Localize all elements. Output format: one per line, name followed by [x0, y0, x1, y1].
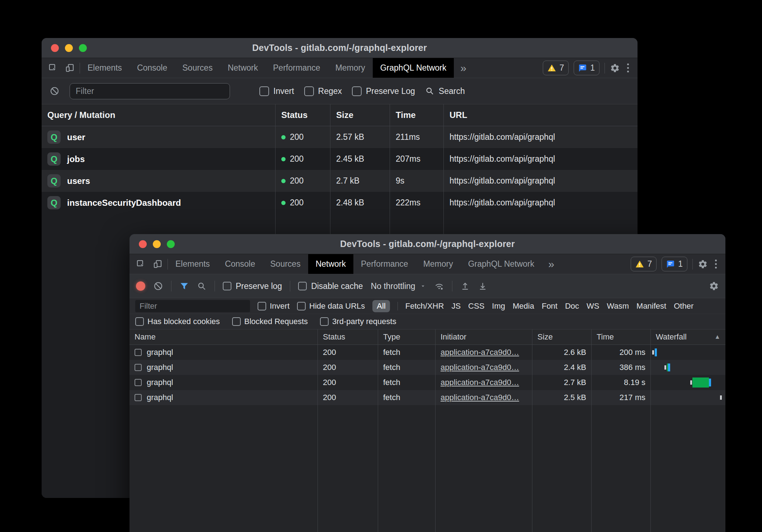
column-header-initiator[interactable]: Initiator: [436, 329, 532, 345]
checkbox-box[interactable]: [320, 317, 329, 326]
filter-type-media[interactable]: Media: [513, 301, 534, 311]
network-settings-gear-icon[interactable]: [709, 281, 719, 291]
column-header-size[interactable]: Size: [330, 104, 390, 126]
third-party-requests-checkbox[interactable]: 3rd-party requests: [320, 317, 396, 326]
kebab-menu-icon[interactable]: [625, 63, 631, 72]
tab-console[interactable]: Console: [130, 58, 175, 78]
regex-checkbox[interactable]: Regex: [304, 86, 342, 96]
column-header-type[interactable]: Type: [378, 329, 436, 345]
sort-ascending-icon[interactable]: ▲: [714, 333, 720, 341]
settings-gear-icon[interactable]: [610, 63, 620, 73]
table-row[interactable]: graphql 200 fetch application-a7ca9d0… 2…: [130, 375, 725, 390]
column-header-time[interactable]: Time: [592, 329, 651, 345]
tab-sources[interactable]: Sources: [263, 254, 308, 274]
settings-gear-icon[interactable]: [698, 259, 708, 269]
close-window-button[interactable]: [139, 240, 147, 248]
checkbox-box[interactable]: [297, 302, 306, 310]
disable-cache-checkbox[interactable]: Disable cache: [298, 281, 363, 291]
table-row[interactable]: graphql 200 fetch application-a7ca9d0… 2…: [130, 345, 725, 360]
export-har-icon[interactable]: [478, 281, 488, 291]
warnings-badge[interactable]: 7: [543, 61, 569, 75]
column-header-url[interactable]: URL: [444, 104, 638, 126]
initiator-link[interactable]: application-a7ca9d0…: [441, 393, 519, 402]
filter-type-font[interactable]: Font: [542, 301, 558, 311]
import-har-icon[interactable]: [460, 281, 470, 291]
zoom-window-button[interactable]: [167, 240, 175, 248]
checkbox-box[interactable]: [298, 282, 307, 290]
tab-graphql-network[interactable]: GraphQL Network: [373, 58, 454, 78]
column-header-status[interactable]: Status: [318, 329, 378, 345]
record-button[interactable]: [136, 281, 145, 291]
inspect-element-icon[interactable]: [136, 259, 146, 269]
invert-checkbox[interactable]: Invert: [259, 86, 294, 96]
filter-type-js[interactable]: JS: [451, 301, 461, 311]
table-row[interactable]: Qusers 200 2.7 kB 9s https://gitlab.com/…: [42, 170, 638, 192]
throttling-dropdown[interactable]: No throttling: [371, 281, 426, 291]
inspect-element-icon[interactable]: [48, 63, 58, 73]
filter-type-other[interactable]: Other: [674, 301, 693, 311]
device-toolbar-icon[interactable]: [65, 63, 75, 73]
checkbox-box[interactable]: [258, 302, 266, 310]
title-bar[interactable]: DevTools - gitlab.com/-/graphql-explorer: [42, 38, 638, 58]
waterfall-bar[interactable]: [651, 390, 725, 405]
tab-network[interactable]: Network: [220, 58, 265, 78]
tab-performance[interactable]: Performance: [353, 254, 416, 274]
tab-graphql-network[interactable]: GraphQL Network: [461, 254, 542, 274]
waterfall-bar[interactable]: [651, 375, 725, 390]
preserve-log-checkbox[interactable]: Preserve log: [223, 281, 282, 291]
minimize-window-button[interactable]: [65, 44, 73, 52]
warnings-badge[interactable]: 7: [631, 257, 657, 271]
column-header-size[interactable]: Size: [532, 329, 592, 345]
waterfall-bar[interactable]: [651, 345, 725, 360]
table-row[interactable]: Qjobs 200 2.45 kB 207ms https://gitlab.c…: [42, 148, 638, 170]
checkbox-box[interactable]: [232, 317, 241, 326]
checkbox-box[interactable]: [352, 86, 362, 96]
device-toolbar-icon[interactable]: [153, 259, 163, 269]
issues-badge[interactable]: 1: [662, 257, 687, 271]
initiator-link[interactable]: application-a7ca9d0…: [441, 348, 519, 357]
more-tabs-chevron[interactable]: »: [454, 58, 473, 78]
filter-type-manifest[interactable]: Manifest: [636, 301, 666, 311]
filter-input[interactable]: [70, 83, 230, 99]
table-row[interactable]: graphql 200 fetch application-a7ca9d0… 2…: [130, 390, 725, 405]
title-bar[interactable]: DevTools - gitlab.com/-/graphql-explorer: [130, 234, 725, 254]
table-row[interactable]: graphql 200 fetch application-a7ca9d0… 2…: [130, 360, 725, 375]
more-tabs-chevron[interactable]: »: [542, 254, 561, 274]
search-button[interactable]: Search: [425, 86, 465, 96]
column-header-status[interactable]: Status: [276, 104, 330, 126]
column-header-waterfall[interactable]: Waterfall ▲: [651, 329, 725, 345]
zoom-window-button[interactable]: [79, 44, 87, 52]
network-conditions-icon[interactable]: [434, 281, 444, 291]
checkbox-box[interactable]: [223, 282, 231, 290]
filter-type-css[interactable]: CSS: [468, 301, 484, 311]
filter-type-wasm[interactable]: Wasm: [607, 301, 629, 311]
column-header-query-mutation[interactable]: Query / Mutation: [42, 104, 276, 126]
filter-type-doc[interactable]: Doc: [565, 301, 579, 311]
checkbox-box[interactable]: [135, 317, 144, 326]
search-icon[interactable]: [197, 281, 207, 291]
row-checkbox[interactable]: [135, 364, 142, 371]
clear-icon[interactable]: [50, 86, 60, 96]
initiator-link[interactable]: application-a7ca9d0…: [441, 378, 519, 387]
tab-sources[interactable]: Sources: [175, 58, 220, 78]
row-checkbox[interactable]: [135, 394, 142, 401]
waterfall-bar[interactable]: [651, 360, 725, 375]
column-header-time[interactable]: Time: [390, 104, 444, 126]
invert-checkbox[interactable]: Invert: [258, 301, 290, 311]
blocked-requests-checkbox[interactable]: Blocked Requests: [232, 317, 308, 326]
column-header-name[interactable]: Name: [130, 329, 318, 345]
hide-data-urls-checkbox[interactable]: Hide data URLs: [297, 301, 365, 311]
checkbox-box[interactable]: [304, 86, 314, 96]
filter-type-ws[interactable]: WS: [587, 301, 599, 311]
tab-console[interactable]: Console: [217, 254, 263, 274]
filter-type-fetch-xhr[interactable]: Fetch/XHR: [405, 301, 444, 311]
table-row[interactable]: QinstanceSecurityDashboard 200 2.48 kB 2…: [42, 192, 638, 214]
has-blocked-cookies-checkbox[interactable]: Has blocked cookies: [135, 317, 220, 326]
clear-icon[interactable]: [153, 281, 163, 291]
checkbox-box[interactable]: [259, 86, 269, 96]
filter-type-img[interactable]: Img: [492, 301, 505, 311]
close-window-button[interactable]: [51, 44, 59, 52]
row-checkbox[interactable]: [135, 349, 142, 356]
filter-type-all[interactable]: All: [372, 300, 390, 312]
minimize-window-button[interactable]: [153, 240, 161, 248]
